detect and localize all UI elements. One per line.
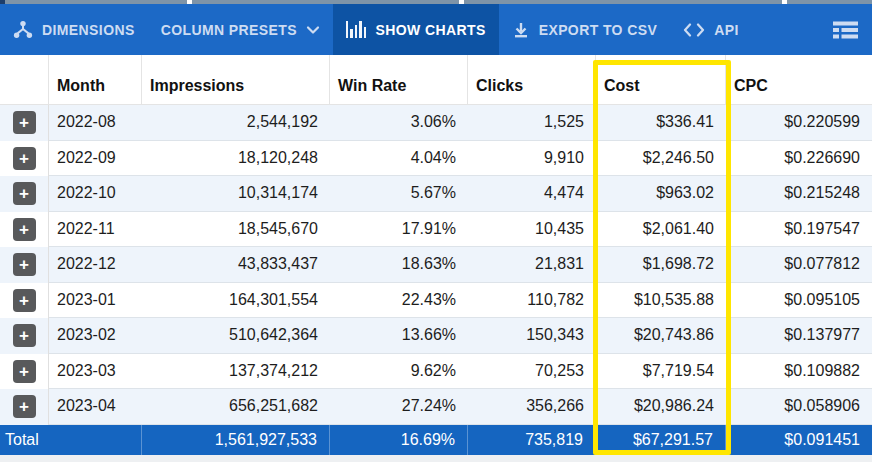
api-button[interactable]: API	[670, 4, 752, 55]
table-row: + 2022-11 18,545,670 17.91% 10,435 $2,06…	[0, 212, 872, 248]
dimensions-label: DIMENSIONS	[42, 22, 135, 38]
show-charts-button[interactable]: SHOW CHARTS	[333, 4, 499, 55]
expand-row-button[interactable]: +	[13, 147, 36, 170]
impressions-cell: 10,314,174	[142, 176, 330, 212]
month-cell: 2023-04	[49, 389, 142, 425]
win-rate-cell: 22.43%	[330, 283, 468, 319]
expand-cell: +	[0, 247, 49, 283]
impressions-cell: 18,545,670	[142, 212, 330, 248]
win-rate-cell: 18.63%	[330, 247, 468, 283]
month-cell: 2022-10	[49, 176, 142, 212]
cost-cell: $1,698.72	[596, 247, 726, 283]
expand-cell: +	[0, 176, 49, 212]
top-edge-gap	[187, 0, 192, 4]
total-cpc-cell: $0.091451	[726, 425, 872, 456]
table-row: + 2022-12 43,833,437 18.63% 21,831 $1,69…	[0, 247, 872, 283]
total-row: Total 1,561,927,533 16.69% 735,819 $67,2…	[0, 425, 872, 456]
export-csv-button[interactable]: EXPORT TO CSV	[499, 4, 671, 55]
expand-row-button[interactable]: +	[13, 218, 36, 241]
column-presets-button[interactable]: COLUMN PRESETS	[148, 4, 333, 55]
expand-row-button[interactable]: +	[13, 324, 36, 347]
month-cell: 2023-01	[49, 283, 142, 319]
win-rate-cell: 9.62%	[330, 354, 468, 390]
impressions-cell: 2,544,192	[142, 105, 330, 141]
cost-cell: $2,246.50	[596, 141, 726, 177]
expand-row-button[interactable]: +	[13, 360, 36, 383]
table-row: + 2023-02 510,642,364 13.66% 150,343 $20…	[0, 318, 872, 354]
cpc-cell: $0.215248	[726, 176, 872, 212]
expand-row-button[interactable]: +	[13, 253, 36, 276]
column-header-win-rate[interactable]: Win Rate	[330, 55, 468, 105]
clicks-cell: 4,474	[468, 176, 596, 212]
column-header-month[interactable]: Month	[49, 55, 142, 105]
impressions-cell: 18,120,248	[142, 141, 330, 177]
expand-row-button[interactable]: +	[13, 289, 36, 312]
report-table-app: DIMENSIONS COLUMN PRESETS SHOW CHARTS	[0, 0, 872, 462]
export-csv-label: EXPORT TO CSV	[539, 22, 658, 38]
toolbar-spacer	[752, 4, 819, 55]
clicks-cell: 1,525	[468, 105, 596, 141]
table-row: + 2022-09 18,120,248 4.04% 9,910 $2,246.…	[0, 141, 872, 177]
impressions-cell: 510,642,364	[142, 318, 330, 354]
cost-cell: $20,986.24	[596, 389, 726, 425]
win-rate-cell: 5.67%	[330, 176, 468, 212]
expand-cell: +	[0, 283, 49, 319]
cost-cell: $10,535.88	[596, 283, 726, 319]
clicks-cell: 70,253	[468, 354, 596, 390]
total-impressions-cell: 1,561,927,533	[142, 425, 330, 456]
clicks-cell: 9,910	[468, 141, 596, 177]
code-brackets-icon	[683, 23, 705, 37]
win-rate-cell: 13.66%	[330, 318, 468, 354]
cost-cell: $2,061.40	[596, 212, 726, 248]
month-cell: 2023-02	[49, 318, 142, 354]
top-edge-accent	[0, 0, 5, 4]
expand-row-button[interactable]: +	[13, 111, 36, 134]
column-presets-label: COLUMN PRESETS	[161, 22, 297, 38]
list-menu-button[interactable]	[819, 4, 872, 55]
month-cell: 2022-11	[49, 212, 142, 248]
toolbar: DIMENSIONS COLUMN PRESETS SHOW CHARTS	[0, 4, 872, 55]
win-rate-cell: 17.91%	[330, 212, 468, 248]
api-label: API	[714, 22, 739, 38]
total-cost-cell: $67,291.57	[596, 425, 726, 456]
impressions-cell: 43,833,437	[142, 247, 330, 283]
win-rate-cell: 4.04%	[330, 141, 468, 177]
month-cell: 2022-09	[49, 141, 142, 177]
expand-row-button[interactable]: +	[13, 395, 36, 418]
top-edge-gap	[459, 0, 464, 4]
table-header: Month Impressions Win Rate Clicks Cost C…	[0, 55, 872, 105]
cpc-cell: $0.077812	[726, 247, 872, 283]
list-menu-icon	[833, 21, 858, 39]
win-rate-cell: 3.06%	[330, 105, 468, 141]
cpc-cell: $0.095105	[726, 283, 872, 319]
clicks-cell: 10,435	[468, 212, 596, 248]
impressions-cell: 137,374,212	[142, 354, 330, 390]
cpc-cell: $0.226690	[726, 141, 872, 177]
column-header-clicks[interactable]: Clicks	[468, 55, 596, 105]
cost-cell: $7,719.54	[596, 354, 726, 390]
top-edge-strip	[0, 0, 872, 4]
table-body: + 2022-08 2,544,192 3.06% 1,525 $336.41 …	[0, 105, 872, 425]
expand-row-button[interactable]: +	[13, 182, 36, 205]
expand-cell: +	[0, 141, 49, 177]
table-row: + 2022-08 2,544,192 3.06% 1,525 $336.41 …	[0, 105, 872, 141]
cost-cell: $336.41	[596, 105, 726, 141]
bar-chart-icon	[346, 21, 367, 38]
cpc-cell: $0.220599	[726, 105, 872, 141]
table-row: + 2023-03 137,374,212 9.62% 70,253 $7,71…	[0, 354, 872, 390]
chevron-down-icon	[306, 25, 320, 35]
expand-cell: +	[0, 354, 49, 390]
impressions-cell: 164,301,554	[142, 283, 330, 319]
column-header-cpc[interactable]: CPC	[726, 55, 872, 105]
table-row: + 2023-01 164,301,554 22.43% 110,782 $10…	[0, 283, 872, 319]
cpc-cell: $0.197547	[726, 212, 872, 248]
dimensions-button[interactable]: DIMENSIONS	[0, 4, 148, 55]
expand-cell: +	[0, 389, 49, 425]
month-cell: 2022-08	[49, 105, 142, 141]
column-header-impressions[interactable]: Impressions	[142, 55, 330, 105]
bottom-edge-strip	[0, 455, 872, 462]
column-header-cost[interactable]: Cost	[596, 55, 726, 105]
month-cell: 2023-03	[49, 354, 142, 390]
cost-cell: $20,743.86	[596, 318, 726, 354]
clicks-cell: 150,343	[468, 318, 596, 354]
